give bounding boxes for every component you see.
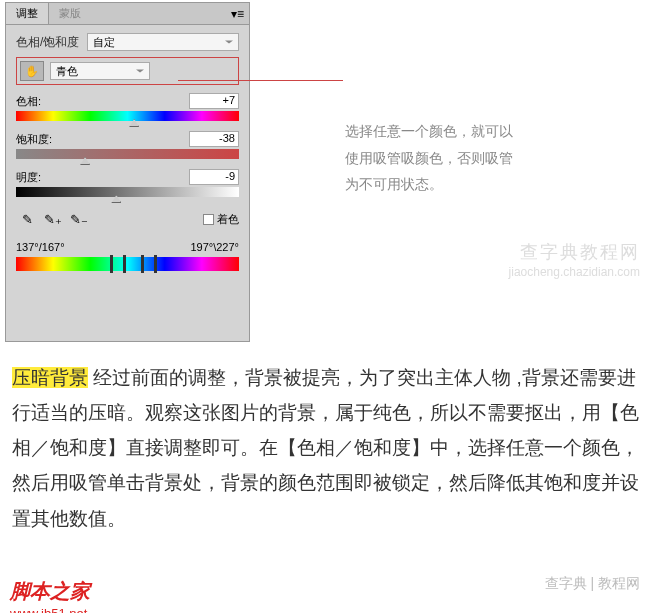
eyedropper-icon[interactable]: ✎	[16, 209, 38, 229]
range-left: 137°/167°	[16, 241, 65, 253]
adjustments-panel: 调整 蒙版 ▾≡ 色相/饱和度 自定 ✋ 青色 色相: +7 饱和度: -38	[5, 2, 250, 342]
hue-label: 色相:	[16, 94, 41, 109]
eyedropper-row: ✎ ✎₊ ✎₋ 着色	[16, 209, 239, 229]
range-right: 197°\227°	[190, 241, 239, 253]
colorize-checkbox[interactable]	[203, 214, 214, 225]
tab-masks[interactable]: 蒙版	[49, 3, 91, 24]
hue-value[interactable]: +7	[189, 93, 239, 109]
range-marker-2[interactable]	[123, 255, 126, 273]
footer-brand: 脚本之家	[10, 578, 90, 605]
panel-body: 色相/饱和度 自定 ✋ 青色 色相: +7 饱和度: -38 明度: -9	[6, 25, 249, 279]
panel-menu-icon[interactable]: ▾≡	[231, 7, 244, 21]
article-body: 经过前面的调整，背景被提亮，为了突出主体人物 ,背景还需要进行适当的压暗。观察这…	[12, 367, 639, 529]
range-marker-1[interactable]	[110, 255, 113, 273]
article-highlight: 压暗背景	[12, 367, 88, 388]
hue-group: 色相: +7	[16, 93, 239, 121]
range-marker-4[interactable]	[154, 255, 157, 273]
hue-thumb[interactable]	[129, 119, 139, 127]
footer-right: 查字典 | 教程网	[545, 575, 640, 593]
lightness-value[interactable]: -9	[189, 169, 239, 185]
hue-slider[interactable]	[16, 111, 239, 121]
watermark-main: 查字典教程网	[520, 240, 640, 264]
lightness-thumb[interactable]	[111, 195, 121, 203]
footer-url: www.jb51.net	[10, 606, 87, 613]
lightness-label: 明度:	[16, 170, 41, 185]
eyedropper-add-icon[interactable]: ✎₊	[42, 209, 64, 229]
range-values: 137°/167° 197°\227°	[16, 241, 239, 253]
eyedropper-subtract-icon[interactable]: ✎₋	[68, 209, 90, 229]
color-range-dropdown[interactable]: 青色	[50, 62, 150, 80]
spectrum-bar[interactable]	[16, 257, 239, 271]
preset-dropdown[interactable]: 自定	[87, 33, 239, 51]
saturation-thumb[interactable]	[80, 157, 90, 165]
saturation-value[interactable]: -38	[189, 131, 239, 147]
lightness-group: 明度: -9	[16, 169, 239, 197]
range-marker-3[interactable]	[141, 255, 144, 273]
saturation-slider[interactable]	[16, 149, 239, 159]
adjustment-title: 色相/饱和度	[16, 34, 79, 51]
annotation-text: 选择任意一个颜色，就可以使用吸管吸颜色，否则吸管为不可用状态。	[345, 118, 520, 198]
saturation-label: 饱和度:	[16, 132, 52, 147]
preset-value: 自定	[93, 35, 115, 50]
callout-line	[178, 80, 343, 81]
lightness-slider[interactable]	[16, 187, 239, 197]
panel-tabs: 调整 蒙版 ▾≡	[6, 3, 249, 25]
article-text: 压暗背景 经过前面的调整，背景被提亮，为了突出主体人物 ,背景还需要进行适当的压…	[12, 360, 640, 536]
colorize-row[interactable]: 着色	[203, 212, 239, 227]
colorize-label: 着色	[217, 212, 239, 227]
targeted-adjust-icon[interactable]: ✋	[20, 61, 44, 81]
title-row: 色相/饱和度 自定	[16, 33, 239, 51]
tab-adjustments[interactable]: 调整	[6, 3, 49, 24]
saturation-group: 饱和度: -38	[16, 131, 239, 159]
watermark-sub: jiaocheng.chazidian.com	[509, 265, 640, 279]
color-range-value: 青色	[56, 64, 78, 79]
